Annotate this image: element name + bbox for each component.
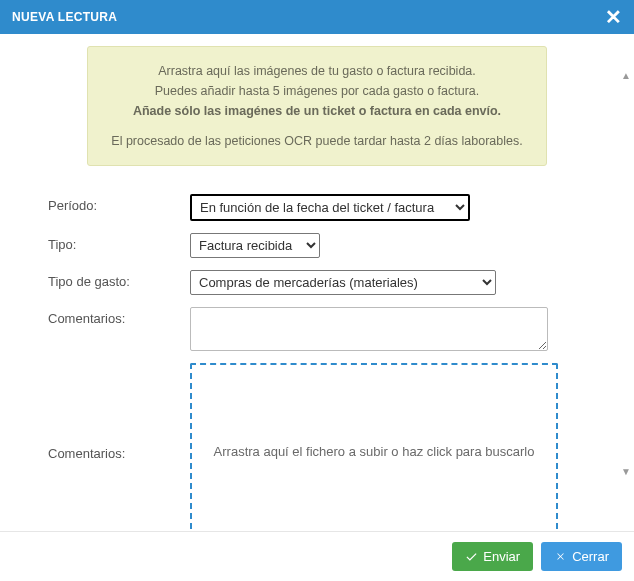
label-tipo-gasto: Tipo de gasto: [48, 270, 190, 289]
select-periodo[interactable]: En función de la fecha del ticket / fact… [190, 194, 470, 221]
row-comentarios: Comentarios: [16, 307, 618, 351]
notice-line: Puedes añadir hasta 5 imágenes por cada … [108, 81, 526, 101]
nueva-lectura-dialog: NUEVA LECTURA ✕ ▲ Arrastra aquí las imág… [0, 0, 634, 581]
dialog-header: NUEVA LECTURA ✕ [0, 0, 634, 34]
scroll-down-icon[interactable]: ▼ [621, 466, 631, 477]
row-tipo-gasto: Tipo de gasto: Compras de mercaderías (m… [16, 270, 618, 295]
scroll-up-icon[interactable]: ▲ [621, 70, 631, 81]
dialog-body: ▲ Arrastra aquí las imágenes de tu gasto… [0, 34, 634, 531]
check-icon [465, 550, 478, 563]
enviar-label: Enviar [483, 549, 520, 564]
select-tipo-gasto[interactable]: Compras de mercaderías (materiales) [190, 270, 496, 295]
dialog-title: NUEVA LECTURA [12, 10, 117, 24]
dropzone-text: Arrastra aquí el fichero a subir o haz c… [214, 444, 535, 459]
info-notice: Arrastra aquí las imágenes de tu gasto o… [87, 46, 547, 166]
row-periodo: Período: En función de la fecha del tick… [16, 194, 618, 221]
cerrar-button[interactable]: Cerrar [541, 542, 622, 571]
label-comentarios: Comentarios: [48, 307, 190, 326]
row-dropzone: Comentarios: Arrastra aquí el fichero a … [16, 363, 618, 531]
file-dropzone[interactable]: Arrastra aquí el fichero a subir o haz c… [190, 363, 558, 531]
notice-line: El procesado de las peticiones OCR puede… [108, 131, 526, 151]
notice-line-bold: Añade sólo las imagénes de un ticket o f… [108, 101, 526, 121]
enviar-button[interactable]: Enviar [452, 542, 533, 571]
close-icon[interactable]: ✕ [605, 8, 622, 26]
label-tipo: Tipo: [48, 233, 190, 252]
select-tipo[interactable]: Factura recibida [190, 233, 320, 258]
cerrar-label: Cerrar [572, 549, 609, 564]
notice-line: Arrastra aquí las imágenes de tu gasto o… [108, 61, 526, 81]
x-icon [554, 550, 567, 563]
label-periodo: Período: [48, 194, 190, 213]
textarea-comentarios[interactable] [190, 307, 548, 351]
dialog-footer: Enviar Cerrar [0, 531, 634, 581]
row-tipo: Tipo: Factura recibida [16, 233, 618, 258]
label-comentarios-2: Comentarios: [48, 442, 190, 461]
